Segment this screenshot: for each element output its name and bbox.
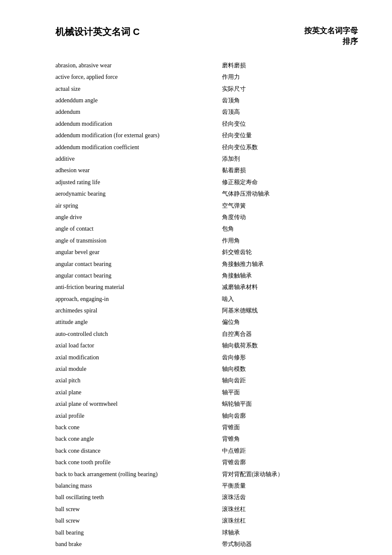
table-row: adjusted rating life修正额定寿命: [55, 176, 358, 188]
english-term: back cone: [55, 422, 222, 433]
english-term: angular bevel gear: [55, 247, 222, 258]
table-row: air spring空气弹簧: [55, 200, 358, 211]
chinese-term: 修正额定寿命: [222, 176, 358, 188]
english-term: angular contact bearing: [55, 258, 222, 270]
chinese-term: 平衡质量: [222, 480, 358, 491]
table-row: addendum齿顶高: [55, 107, 358, 118]
chinese-term: 黏着磨损: [222, 165, 358, 176]
chinese-term: 轴平面: [222, 387, 358, 398]
table-row: ball screw滚珠丝杠: [55, 503, 358, 515]
chinese-term: 滚珠丝杠: [222, 515, 358, 527]
chinese-term: 径向变位系数: [222, 142, 358, 153]
chinese-term: 轴向模数: [222, 364, 358, 375]
english-term: axial load factor: [55, 340, 222, 352]
chinese-term: 啮入: [222, 293, 358, 305]
english-term: angle drive: [55, 211, 222, 223]
table-row: active force, applied force作用力: [55, 72, 358, 83]
chinese-term: 齿顶角: [222, 95, 358, 107]
chinese-term: 球轴承: [222, 527, 358, 538]
english-term: attitude angle: [55, 317, 222, 328]
english-term: addendum modification (for external gear…: [55, 130, 222, 142]
table-row: ball oscillating teeth滚珠活齿: [55, 492, 358, 503]
table-row: additive添加剂: [55, 153, 358, 165]
chinese-term: 齿向修形: [222, 352, 358, 363]
english-term: aerodynamic bearing: [55, 188, 222, 200]
table-row: addendum modification coefficient径向变位系数: [55, 142, 358, 153]
chinese-term: 轴向载荷系数: [222, 340, 358, 352]
english-term: addendum modification coefficient: [55, 142, 222, 153]
table-row: axial plane轴平面: [55, 387, 358, 398]
table-row: addenddum angle齿顶角: [55, 95, 358, 107]
table-row: addendum modification径向变位: [55, 118, 358, 130]
chinese-term: 作用力: [222, 72, 358, 83]
page-header: 机械设计英文名词 C 按英文名词字母排序: [55, 26, 358, 47]
english-term: axial module: [55, 364, 222, 375]
english-term: auto-controlled clutch: [55, 328, 222, 340]
english-term: ball bearing: [55, 527, 222, 538]
table-row: angular contact bearing角接触推力轴承: [55, 258, 358, 270]
chinese-term: 角接触轴承: [222, 270, 358, 281]
chinese-term: 径向变位: [222, 118, 358, 130]
table-row: axial plane of wormwheel蜗轮轴平面: [55, 399, 358, 410]
english-term: angle of contact: [55, 223, 222, 235]
chinese-term: 角接触推力轴承: [222, 258, 358, 270]
english-term: addendum modification: [55, 118, 222, 130]
english-term: back to back arrangement (rolling bearin…: [55, 468, 222, 480]
english-term: ball oscillating teeth: [55, 492, 222, 503]
english-term: back cone distance: [55, 445, 222, 457]
chinese-term: 轴向齿廓: [222, 410, 358, 422]
english-term: band brake: [55, 538, 222, 550]
english-term: balancing mass: [55, 480, 222, 491]
table-row: angular bevel gear斜交锥齿轮: [55, 247, 358, 258]
chinese-term: 磨料磨损: [222, 60, 358, 71]
table-row: axial load factor轴向载荷系数: [55, 340, 358, 352]
chinese-term: 中点锥距: [222, 445, 358, 457]
table-row: angular contact bearing角接触轴承: [55, 270, 358, 281]
chinese-term: 轴向齿距: [222, 375, 358, 387]
table-row: adhesion wear黏着磨损: [55, 165, 358, 176]
chinese-term: 蜗轮轴平面: [222, 399, 358, 410]
chinese-term: 实际尺寸: [222, 83, 358, 95]
english-term: anti-friction bearing material: [55, 282, 222, 293]
chinese-term: 背锥角: [222, 434, 358, 445]
english-term: axial plane: [55, 387, 222, 398]
table-row: axial module轴向模数: [55, 364, 358, 375]
table-row: abrasion, abrasive wear磨料磨损: [55, 60, 358, 71]
chinese-term: 自控离合器: [222, 328, 358, 340]
chinese-term: 背锥齿廓: [222, 457, 358, 468]
english-term: axial modification: [55, 352, 222, 363]
chinese-term: 带式制动器: [222, 538, 358, 550]
table-row: anti-friction bearing material减磨轴承材料: [55, 282, 358, 293]
chinese-term: 背锥面: [222, 422, 358, 433]
english-term: back cone tooth profile: [55, 457, 222, 468]
table-row: back cone distance中点锥距: [55, 445, 358, 457]
title-left: 机械设计英文名词 C: [55, 26, 140, 38]
chinese-term: 径向变位量: [222, 130, 358, 142]
table-row: aerodynamic bearing气体静压滑动轴承: [55, 188, 358, 200]
table-row: archimedes spiral阿基米德螺线: [55, 305, 358, 317]
chinese-term: 齿顶高: [222, 107, 358, 118]
chinese-term: 角度传动: [222, 211, 358, 223]
english-term: angular contact bearing: [55, 270, 222, 281]
english-term: additive: [55, 153, 222, 165]
english-term: addendum: [55, 107, 222, 118]
english-term: axial plane of wormwheel: [55, 399, 222, 410]
chinese-term: 空气弹簧: [222, 200, 358, 211]
table-row: angle drive角度传动: [55, 211, 358, 223]
table-row: attitude angle偏位角: [55, 317, 358, 328]
table-row: angle of transmission作用角: [55, 235, 358, 246]
chinese-term: 背对背配置(滚动轴承）: [222, 468, 358, 480]
table-row: angle of contact包角: [55, 223, 358, 235]
english-term: adhesion wear: [55, 165, 222, 176]
chinese-term: 作用角: [222, 235, 358, 246]
table-row: axial profile轴向齿廓: [55, 410, 358, 422]
table-row: ball screw滚珠丝杠: [55, 515, 358, 527]
table-row: auto-controlled clutch自控离合器: [55, 328, 358, 340]
table-row: back cone tooth profile背锥齿廓: [55, 457, 358, 468]
title-right: 按英文名词字母排序: [304, 26, 358, 47]
glossary-table: abrasion, abrasive wear磨料磨损active force,…: [55, 60, 358, 550]
english-term: back cone angle: [55, 434, 222, 445]
english-term: air spring: [55, 200, 222, 211]
chinese-term: 气体静压滑动轴承: [222, 188, 358, 200]
chinese-term: 添加剂: [222, 153, 358, 165]
